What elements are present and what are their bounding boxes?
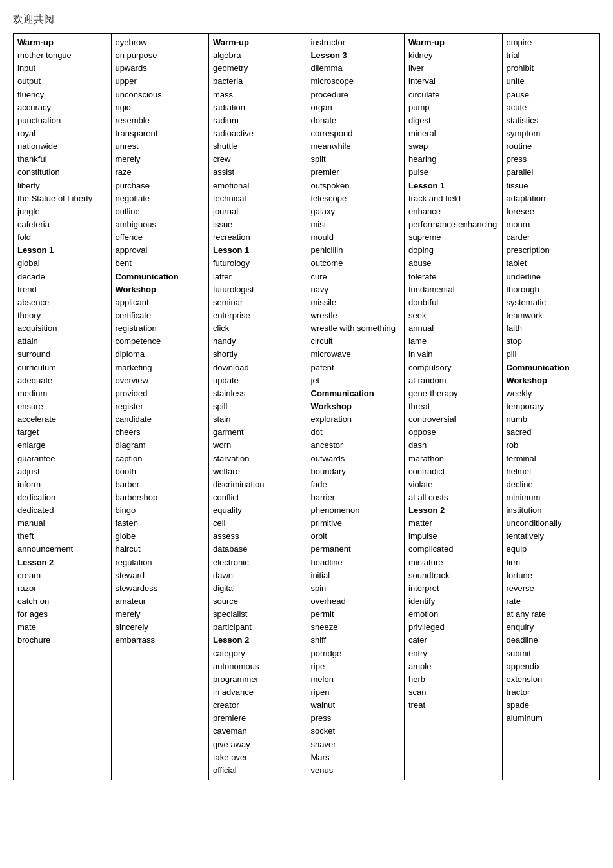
word-item: mass (213, 88, 303, 101)
word-item: download (213, 361, 303, 374)
word-item: upwards (116, 62, 205, 75)
word-item: initial (311, 569, 401, 582)
word-item: radioactive (213, 127, 303, 140)
word-item: regulation (116, 556, 205, 569)
word-item: ancestor (311, 439, 401, 452)
word-item: in vain (408, 348, 498, 361)
word-item: worn (213, 439, 303, 452)
word-item: spill (213, 400, 303, 413)
word-item: mate (17, 621, 107, 634)
word-item: extension (507, 673, 596, 686)
word-item: instructor (311, 36, 401, 49)
word-item: booth (116, 465, 205, 478)
word-item: transparent (116, 127, 205, 140)
word-item: permit (311, 608, 401, 621)
word-item: numb (507, 413, 596, 426)
word-item: digital (213, 582, 303, 595)
word-item: haircut (116, 543, 205, 556)
word-item: mourn (507, 218, 596, 231)
word-item: sacred (507, 426, 596, 439)
word-item: meanwhile (311, 140, 401, 153)
word-item: dedicated (17, 504, 107, 517)
word-item: porridge (311, 647, 401, 660)
word-item: punctuation (17, 114, 107, 127)
word-item: stainless (213, 387, 303, 400)
word-item: participant (213, 621, 303, 634)
word-item: rob (507, 439, 596, 452)
word-item: Workshop (507, 374, 596, 387)
word-item: unrest (116, 140, 205, 153)
word-item: crew (213, 153, 303, 166)
word-item: barber (116, 478, 205, 491)
word-item: Communication (311, 387, 401, 400)
word-item: hearing (408, 153, 498, 166)
word-item: dawn (213, 569, 303, 582)
word-item: jet (311, 374, 401, 387)
word-item: register (116, 400, 205, 413)
word-item: constitution (17, 166, 107, 179)
word-item: fortune (507, 569, 596, 582)
word-item: entry (408, 647, 498, 660)
word-item: mould (311, 231, 401, 244)
word-item: submit (507, 647, 596, 660)
word-item: procedure (311, 88, 401, 101)
word-item: ample (408, 660, 498, 673)
word-item: sincerely (116, 621, 205, 634)
word-item: input (17, 62, 107, 75)
word-item: Lesson 1 (17, 244, 107, 257)
word-item: Mars (311, 751, 401, 764)
word-item: acquisition (17, 322, 107, 335)
word-item: temporary (507, 400, 596, 413)
word-item: correspond (311, 127, 401, 140)
word-item: symptom (507, 127, 596, 140)
word-item: at random (408, 374, 498, 387)
word-item: abuse (408, 257, 498, 270)
word-item: inform (17, 478, 107, 491)
word-item: stop (507, 335, 596, 348)
word-item: equip (507, 543, 596, 556)
word-item: guarantee (17, 452, 107, 465)
word-item: emotional (213, 179, 303, 192)
word-item: aluminum (507, 712, 596, 725)
word-item: mother tongue (17, 49, 107, 62)
word-item: update (213, 374, 303, 387)
word-item: on purpose (116, 49, 205, 62)
word-item: mineral (408, 127, 498, 140)
word-item: track and field (408, 192, 498, 205)
word-item: specialist (213, 608, 303, 621)
word-item: permanent (311, 543, 401, 556)
word-item: starvation (213, 452, 303, 465)
word-item: journal (213, 205, 303, 218)
word-item: provided (116, 387, 205, 400)
word-item: split (311, 153, 401, 166)
word-item: compulsory (408, 361, 498, 374)
word-item: fundamental (408, 283, 498, 296)
word-item: latter (213, 270, 303, 283)
word-item: routine (507, 140, 596, 153)
word-item: fluency (17, 88, 107, 101)
word-item: garment (213, 426, 303, 439)
word-item: competence (116, 335, 205, 348)
word-item: overview (116, 374, 205, 387)
word-item: adequate (17, 374, 107, 387)
word-item: performance-enhancing (408, 218, 498, 231)
word-item: globe (116, 530, 205, 543)
word-item: supreme (408, 231, 498, 244)
word-item: ripe (311, 660, 401, 673)
word-item: donate (311, 114, 401, 127)
word-item: reverse (507, 582, 596, 595)
word-item: minimum (507, 491, 596, 504)
word-item: soundtrack (408, 569, 498, 582)
word-item: primitive (311, 517, 401, 530)
word-item: target (17, 426, 107, 439)
word-item: pause (507, 88, 596, 101)
word-item: cure (311, 270, 401, 283)
word-item: press (507, 153, 596, 166)
word-item: telescope (311, 192, 401, 205)
word-item: shortly (213, 348, 303, 361)
word-item: recreation (213, 231, 303, 244)
word-item: galaxy (311, 205, 401, 218)
word-item: outspoken (311, 179, 401, 192)
word-item: miniature (408, 556, 498, 569)
column-2: eyebrowon purposeupwardsupperunconscious… (112, 34, 210, 780)
